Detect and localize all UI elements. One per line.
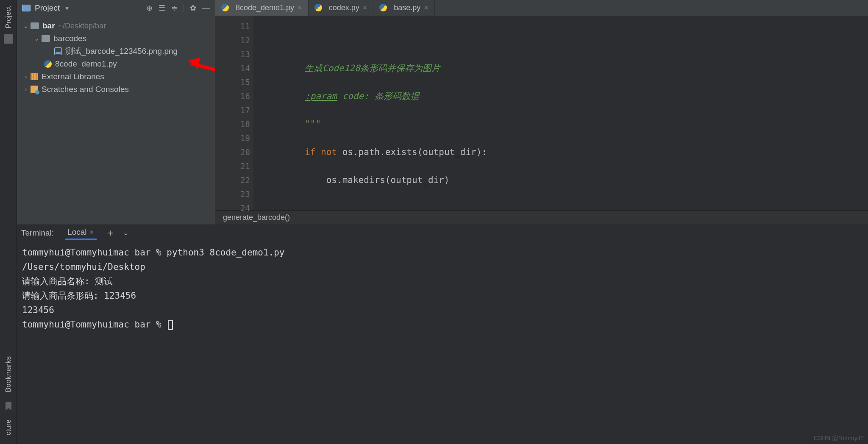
line-number: 23 [215, 187, 250, 201]
folder-icon [31, 22, 39, 29]
line-number: 22 [215, 173, 250, 187]
editor-tabs: 8code_demo1.py × codex.py × base.py × [215, 0, 868, 16]
terminal-prompt: tommyhui@Tommyhuimac bar % [22, 319, 167, 330]
extlib-label: External Libraries [42, 72, 104, 81]
param-tag: :param [305, 91, 337, 101]
line-number: 16 [215, 89, 250, 103]
chevron-down-icon[interactable]: ⌄ [23, 22, 29, 29]
root-name: bar [42, 21, 55, 31]
gear-icon[interactable]: ✿ [190, 3, 196, 13]
terminal-line: 请输入商品条形码: 123456 [22, 291, 136, 301]
line-number: 13 [215, 47, 250, 61]
folder-icon[interactable] [4, 34, 13, 44]
tab-label: 8code_demo1.py [236, 3, 294, 12]
line-number: 12 [215, 33, 250, 47]
line-number: 17 [215, 103, 250, 117]
python-file-icon [221, 4, 229, 11]
close-icon[interactable]: × [363, 3, 367, 12]
param-desc: 条形码数据 [369, 91, 419, 101]
code-text: os.path.exists(output_dir): [337, 147, 487, 157]
tree-external-libraries[interactable]: › External Libraries [20, 70, 211, 83]
project-icon [22, 5, 31, 11]
close-icon[interactable]: × [424, 3, 428, 12]
bookmarks-tool-tab[interactable]: Bookmarks [4, 356, 13, 392]
hide-icon[interactable]: — [202, 3, 210, 12]
editor-area: 8code_demo1.py × codex.py × base.py × 11… [215, 0, 868, 225]
docstring: 生成Code128条形码并保存为图片 [305, 63, 440, 73]
tab-8code-demo1[interactable]: 8code_demo1.py × [215, 0, 309, 16]
terminal-line: tommyhui@Tommyhuimac bar % python3 8code… [22, 247, 285, 258]
terminal-line: 123456 [22, 305, 54, 315]
close-icon[interactable]: × [298, 3, 302, 12]
line-number: 20 [215, 145, 250, 159]
python-file-icon [314, 4, 322, 11]
chevron-down-icon[interactable]: ⌄ [123, 229, 128, 237]
line-number: 15 [215, 75, 250, 89]
kw-not: not [321, 147, 337, 157]
file-label: 测试_barcode_123456.png.png [65, 46, 178, 57]
project-panel: Project ▼ ⊕ ☰ ≑ ✿ — ⌄ bar ~/Desktop/bar … [17, 0, 215, 225]
triple-quote: """ [305, 119, 321, 129]
tree-file-png[interactable]: 测试_barcode_123456.png.png [20, 45, 211, 58]
terminal-line: 请输入商品名称: 测试 [22, 276, 113, 286]
root-path: ~/Desktop/bar [58, 22, 106, 31]
select-opened-icon[interactable]: ⊕ [146, 3, 153, 13]
gutter[interactable]: 11 12 13 14 15 16 17 18 19 20 21 22 23 2… [215, 16, 253, 210]
terminal-tabs: Terminal: Local× + ⌄ [17, 225, 868, 241]
code-text: os.makedirs(output_dir) [326, 175, 450, 185]
chevron-right-icon[interactable]: › [23, 86, 29, 93]
terminal-panel: Terminal: Local× + ⌄ tommyhui@Tommyhuima… [17, 225, 868, 444]
bookmark-icon [6, 402, 11, 410]
chevron-down-icon[interactable]: ⌄ [34, 35, 40, 42]
terminal-title: Terminal: [21, 228, 54, 238]
line-number: 21 [215, 159, 250, 173]
line-number: 19 [215, 131, 250, 145]
tree-scratches[interactable]: › Scratches and Consoles [20, 83, 211, 96]
tab-label: base.py [394, 3, 420, 12]
structure-tool-tab[interactable]: cture [4, 419, 13, 436]
close-icon[interactable]: × [89, 228, 94, 236]
tree-file-py[interactable]: 8code_demo1.py [20, 58, 211, 70]
panel-title[interactable]: Project [35, 3, 60, 13]
folder-label: barcodes [53, 34, 86, 43]
tree-root[interactable]: ⌄ bar ~/Desktop/bar [20, 19, 211, 32]
line-number: 11 [215, 19, 250, 33]
tab-base[interactable]: base.py × [373, 0, 435, 16]
line-number: 14 [215, 61, 250, 75]
terminal-line: /Users/tommyhui/Desktop [22, 262, 145, 272]
tree-folder-barcodes[interactable]: ⌄ barcodes [20, 32, 211, 45]
line-number: 24 [215, 201, 250, 215]
tab-label: codex.py [329, 3, 359, 12]
file-label: 8code_demo1.py [55, 59, 117, 69]
terminal-body[interactable]: tommyhui@Tommyhuimac bar % python3 8code… [17, 241, 868, 444]
chevron-down-icon[interactable]: ▼ [64, 5, 70, 11]
param-name: code: [337, 91, 369, 101]
chevron-right-icon[interactable]: › [23, 73, 29, 80]
breadcrumb[interactable]: generate_barcode() [215, 210, 868, 225]
project-tree[interactable]: ⌄ bar ~/Desktop/bar ⌄ barcodes 测试_barcod… [17, 16, 215, 99]
separator [184, 4, 184, 12]
scratches-icon [31, 86, 38, 93]
tab-label: Local [67, 228, 86, 236]
python-file-icon [379, 4, 387, 11]
project-panel-header: Project ▼ ⊕ ☰ ≑ ✿ — [17, 0, 215, 16]
kw-if: if [305, 147, 315, 157]
add-terminal-icon[interactable]: + [108, 227, 114, 239]
project-tool-tab[interactable]: Project [4, 6, 13, 28]
expand-all-icon[interactable]: ☰ [159, 3, 165, 13]
watermark: CSDN @Tommy.IT [814, 435, 864, 441]
library-icon [31, 73, 38, 80]
line-number: 18 [215, 117, 250, 131]
tab-codex[interactable]: codex.py × [309, 0, 374, 16]
image-file-icon [54, 47, 62, 55]
editor-body[interactable]: 11 12 13 14 15 16 17 18 19 20 21 22 23 2… [215, 16, 868, 210]
folder-icon [42, 35, 50, 42]
terminal-tab-local[interactable]: Local× [65, 226, 97, 240]
collapse-all-icon[interactable]: ≑ [171, 3, 178, 13]
code-area[interactable]: 生成Code128条形码并保存为图片 :param code: 条形码数据 ""… [253, 16, 868, 210]
left-rail-bottom: Bookmarks cture [0, 356, 17, 436]
scratches-label: Scratches and Consoles [42, 85, 129, 94]
python-file-icon [44, 60, 52, 68]
terminal-cursor [168, 320, 173, 330]
